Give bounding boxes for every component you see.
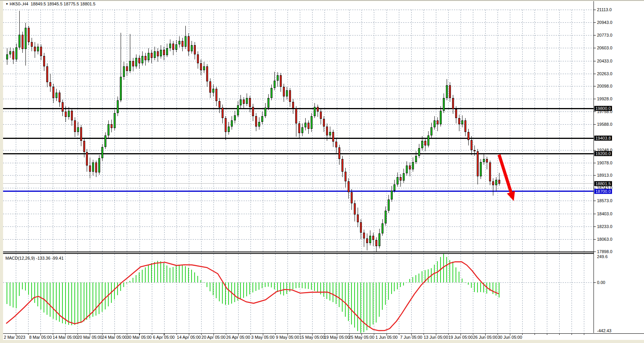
macd-histogram-bar bbox=[397, 282, 398, 289]
macd-histogram-bar bbox=[434, 265, 435, 282]
candle-body-bear bbox=[332, 132, 334, 142]
candle-body-bear bbox=[375, 240, 377, 246]
price-tick-label: 20943.0 bbox=[597, 20, 612, 25]
candle-body-bear bbox=[363, 233, 365, 239]
candle-body-bear bbox=[243, 100, 245, 104]
horizontal-line-19200[interactable] bbox=[3, 153, 594, 154]
macd-histogram-bar bbox=[367, 282, 367, 330]
candle-body-bear bbox=[197, 54, 199, 63]
candle-body-bear bbox=[225, 118, 227, 132]
macd-histogram-bar bbox=[19, 282, 20, 296]
price-axis[interactable]: 21113.020943.020773.020603.020433.020263… bbox=[594, 1, 644, 340]
macd-histogram-bar bbox=[299, 282, 299, 288]
candle-body-bear bbox=[206, 66, 208, 81]
grid-line-v bbox=[127, 10, 127, 252]
macd-histogram-bar bbox=[44, 282, 44, 313]
candle-body-bear bbox=[308, 123, 309, 129]
candle-body-bull bbox=[154, 51, 156, 58]
ohlc-low: 18775.5 bbox=[64, 2, 79, 6]
separator-line bbox=[3, 252, 594, 252]
candle-body-bear bbox=[80, 127, 82, 141]
candle-body-bull bbox=[6, 54, 8, 60]
time-axis[interactable]: 2 Mar 20238 Mar 05:0014 Mar 05:0020 Mar … bbox=[3, 333, 644, 340]
macd-histogram-bar bbox=[437, 261, 438, 282]
macd-histogram-bar bbox=[47, 282, 47, 315]
horizontal-line-19800[interactable] bbox=[3, 108, 594, 109]
price-tick-label: 18573.0 bbox=[597, 198, 612, 203]
grid-line-v bbox=[510, 10, 510, 252]
candle-body-bear bbox=[145, 56, 146, 61]
macd-histogram-bar bbox=[363, 282, 364, 332]
candle-body-bear bbox=[163, 50, 165, 55]
macd-histogram-bar bbox=[40, 282, 41, 310]
macd-histogram-bar bbox=[126, 282, 127, 284]
macd-histogram-bar bbox=[13, 282, 13, 308]
horizontal-line-18801.5[interactable] bbox=[3, 183, 594, 184]
grid-line-h bbox=[3, 282, 594, 283]
macd-histogram-bar bbox=[179, 265, 180, 282]
macd-histogram-bar bbox=[176, 266, 177, 282]
candle-body-bear bbox=[474, 150, 476, 151]
grid-line-v bbox=[448, 10, 449, 252]
expander-triangle-icon[interactable]: ▼ bbox=[5, 2, 8, 6]
grid-line-v bbox=[399, 10, 399, 252]
grid-line-v bbox=[535, 10, 535, 252]
macd-histogram-bar bbox=[173, 267, 173, 282]
candle-body-bear bbox=[126, 66, 128, 71]
macd-histogram-bar bbox=[259, 282, 259, 290]
candle-body-bear bbox=[492, 181, 494, 185]
candle-body-bear bbox=[59, 93, 61, 102]
candle-body-bear bbox=[22, 35, 24, 49]
grid-line-h bbox=[3, 214, 594, 214]
macd-histogram-bar bbox=[166, 265, 167, 282]
candle-body-bull bbox=[461, 120, 463, 124]
macd-histogram-bar bbox=[216, 282, 217, 298]
ohlc-high: 18945.5 bbox=[47, 2, 62, 6]
macd-histogram-bar bbox=[277, 282, 278, 292]
candle-body-bear bbox=[12, 51, 14, 59]
macd-histogram-bar bbox=[382, 282, 383, 310]
macd-histogram-bar bbox=[345, 282, 346, 317]
macd-histogram-bar bbox=[99, 282, 99, 314]
candle-body-bull bbox=[175, 44, 177, 50]
price-tick-label: 20433.0 bbox=[597, 59, 612, 63]
macd-histogram-bar bbox=[71, 282, 72, 325]
macd-histogram-bar bbox=[68, 282, 69, 325]
chart-title-overlay: ▼ HK50-,H4 18849.5 18945.5 18775.5 18801… bbox=[5, 2, 96, 6]
macd-histogram-bar bbox=[351, 282, 352, 324]
candle-body-bear bbox=[280, 75, 282, 86]
horizontal-line-18700[interactable] bbox=[3, 191, 594, 192]
horizontal-line-19403.8[interactable] bbox=[3, 138, 594, 139]
chart-window-body: ▼ HK50-,H4 18849.5 18945.5 18775.5 18801… bbox=[3, 1, 644, 339]
macd-histogram-bar bbox=[489, 282, 490, 291]
time-tick-label: 25 May 05:00 bbox=[349, 335, 375, 340]
price-badge-19800.0: 19800.0 bbox=[594, 106, 612, 111]
macd-histogram-bar bbox=[81, 282, 81, 323]
chart-plot-area[interactable]: ▼ HK50-,H4 18849.5 18945.5 18775.5 18801… bbox=[3, 1, 594, 333]
macd-histogram-bar bbox=[222, 282, 223, 304]
time-tick-label: 13 Jun 05:00 bbox=[424, 335, 448, 340]
candle-body-bear bbox=[86, 152, 88, 166]
candle-body-bear bbox=[138, 58, 140, 63]
price-tick-mark bbox=[594, 48, 596, 48]
candle-body-bear bbox=[46, 66, 48, 82]
candle-body-bull bbox=[440, 111, 442, 124]
macd-tick-label: 0.00 bbox=[597, 280, 605, 285]
time-tick-label: 30 Jun 05:00 bbox=[498, 335, 522, 340]
grid-line-v bbox=[300, 254, 300, 333]
macd-histogram-bar bbox=[157, 261, 158, 282]
macd-histogram-bar bbox=[289, 282, 290, 292]
time-minor-tick bbox=[399, 334, 399, 335]
grid-line-v bbox=[498, 10, 498, 252]
macd-histogram-bar bbox=[246, 282, 247, 296]
macd-histogram-bar bbox=[37, 282, 38, 306]
time-tick-label: 9 May 05:00 bbox=[276, 335, 299, 340]
candle-body-bear bbox=[188, 36, 190, 51]
candle-body-bear bbox=[449, 85, 451, 98]
macd-tick-label: 249.6 bbox=[597, 254, 608, 259]
grid-line-h bbox=[3, 99, 594, 99]
price-tick-mark bbox=[594, 86, 596, 86]
candle-body-bull bbox=[378, 233, 380, 246]
macd-histogram-bar bbox=[265, 282, 266, 287]
macd-indicator-label: MACD(12,26,9) -133.36 -99.41 bbox=[5, 256, 64, 260]
